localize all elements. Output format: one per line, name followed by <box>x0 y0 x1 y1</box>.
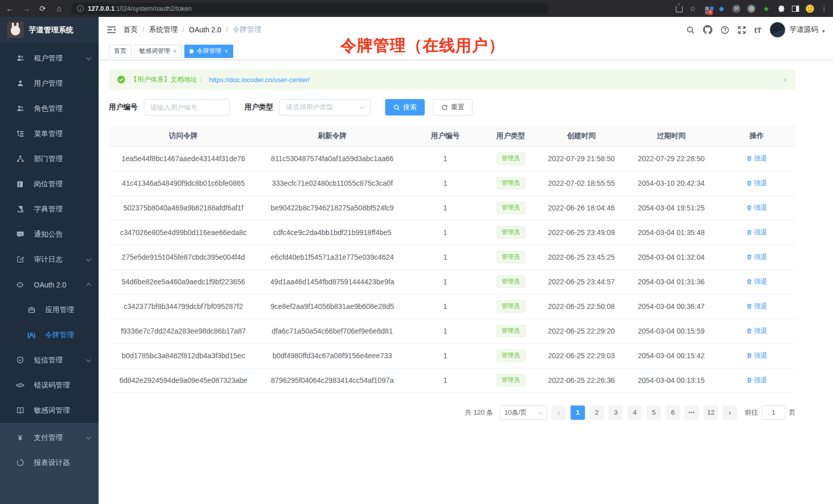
sidebar-item-dept[interactable]: 部门管理 <box>0 146 99 171</box>
refresh-token-cell: b0df4980ffd34c67a08f9156e4eee733 <box>258 343 407 368</box>
sidebar-fold-icon[interactable] <box>107 26 116 34</box>
created-at-cell: 2022-06-26 18:04:46 <box>538 196 625 220</box>
home-icon[interactable]: ⌂ <box>54 4 64 13</box>
tab-home[interactable]: 首页 <box>109 45 131 58</box>
side-panel-icon[interactable] <box>792 6 799 12</box>
extensions-puzzle-icon[interactable] <box>777 5 785 13</box>
briefcase-icon <box>27 306 36 314</box>
address-bar[interactable]: i 127.0.0.1:1024/system/oauth2/token <box>71 3 548 14</box>
sidebar-item-oauth2[interactable]: OAuth 2.0 <box>0 272 99 297</box>
extension-grid-icon[interactable]: 9 <box>703 5 711 13</box>
user-id-cell: 1 <box>407 319 484 343</box>
sidebar-item-notice[interactable]: 通知公告 <box>0 222 99 247</box>
action-cell: 强退 <box>717 220 796 245</box>
force-logout-button[interactable]: 强退 <box>746 228 767 237</box>
breadcrumb-system[interactable]: 系统管理 <box>149 25 178 34</box>
search-button[interactable]: 搜索 <box>385 99 425 115</box>
tab-token[interactable]: 令牌管理 × <box>184 45 233 58</box>
user-type-tag: 管理员 <box>497 226 525 239</box>
sidebar-item-user[interactable]: 用户管理 <box>0 71 99 96</box>
bookmark-star-icon[interactable]: ☆ <box>689 5 696 13</box>
sidebar-item-oauth2-app[interactable]: 应用管理 <box>0 297 99 322</box>
access-token-cell: 54d6be82ee5a460a9aedc1f9bf223656 <box>109 269 258 294</box>
sidebar-item-sms[interactable]: 短信管理 <box>0 347 99 373</box>
sidebar-item-errcode[interactable]: </> 错误码管理 <box>0 373 99 398</box>
user-menu[interactable]: 芋道源码 ▾ <box>770 22 825 37</box>
forward-icon[interactable]: → <box>22 4 31 13</box>
expires-at-cell: 2054-03-04 01:31:36 <box>625 269 717 294</box>
alert-doc-link[interactable]: https://doc.iocoder.cn/user-center/ <box>209 76 310 84</box>
annotation-title: 令牌管理（在线用户） <box>340 35 505 56</box>
user-id-cell: 1 <box>407 245 484 269</box>
site-info-icon[interactable]: i <box>77 5 84 12</box>
force-logout-button[interactable]: 强退 <box>746 203 767 212</box>
force-logout-button[interactable]: 强退 <box>746 376 767 385</box>
user-type-tag: 管理员 <box>497 276 525 288</box>
sidebar-item-sensitive-word[interactable]: 敏感词管理 <box>0 398 99 423</box>
sidebar-item-menu[interactable]: 菜单管理 <box>0 121 99 146</box>
breadcrumb-oauth2[interactable]: OAuth 2.0 <box>189 26 221 34</box>
text-size-icon[interactable]: tT <box>754 26 762 34</box>
alert-message: 【用户体系】文档地址： <box>130 75 204 84</box>
fullscreen-icon[interactable] <box>737 26 746 34</box>
sidebar-item-role[interactable]: 角色管理 <box>0 96 99 121</box>
table-row: 54d6be82ee5a460a9aedc1f9bf223656 49d1aa4… <box>109 269 796 294</box>
goto-page-input[interactable] <box>762 405 785 420</box>
close-icon[interactable]: × <box>173 48 177 55</box>
sidebar-item-oauth2-token[interactable]: (A) 令牌管理 <box>0 322 99 347</box>
user-id-input[interactable] <box>144 99 230 115</box>
extension-cmd-icon[interactable]: ⌘ <box>732 5 741 13</box>
sidebar-item-dict[interactable]: 字典管理 <box>0 197 99 222</box>
extension-circle-icon[interactable] <box>747 5 755 13</box>
help-icon[interactable] <box>721 26 729 34</box>
prev-page-button[interactable]: ‹ <box>552 405 566 420</box>
force-logout-button[interactable]: 强退 <box>746 326 767 336</box>
breadcrumb-home[interactable]: 首页 <box>123 25 138 34</box>
extension-star-icon[interactable]: ★ <box>762 5 770 13</box>
force-logout-button[interactable]: 强退 <box>746 277 767 286</box>
back-icon[interactable]: ← <box>5 4 14 13</box>
page-ellipsis[interactable]: ••• <box>685 405 699 420</box>
col-access-token: 访问令牌 <box>109 126 258 146</box>
sidebar-item-audit-log[interactable]: 审计日志 <box>0 247 99 272</box>
force-logout-button[interactable]: 强退 <box>746 179 767 188</box>
page-button-3[interactable]: 3 <box>609 405 623 420</box>
logo-avatar <box>7 22 24 38</box>
reset-button[interactable]: 重置 <box>433 99 472 115</box>
profile-avatar-icon[interactable] <box>806 5 814 13</box>
next-page-button[interactable]: › <box>723 405 737 420</box>
col-actions: 操作 <box>717 126 796 146</box>
extension-gem-icon[interactable]: ◆ <box>717 5 726 13</box>
close-icon[interactable]: × <box>224 48 228 55</box>
app-logo[interactable]: 芋道管理系统 <box>0 17 99 43</box>
page-size-select[interactable]: 10条/页 <box>500 405 547 420</box>
user-type-tag: 管理员 <box>497 350 525 362</box>
page-button-1[interactable]: 1 <box>571 405 585 420</box>
force-logout-button[interactable]: 强退 <box>746 253 767 262</box>
page-button-6[interactable]: 6 <box>666 405 680 420</box>
page-button-5[interactable]: 5 <box>647 405 661 420</box>
page-button-4[interactable]: 4 <box>628 405 642 420</box>
user-id-cell: 1 <box>407 196 484 220</box>
page-button-2[interactable]: 2 <box>590 405 604 420</box>
sidebar-item-post[interactable]: 岗位管理 <box>0 171 99 197</box>
share-icon[interactable] <box>676 6 683 12</box>
user-type-select[interactable]: 请选择用户类型 <box>279 99 371 115</box>
alert-close-icon[interactable]: × <box>783 75 787 84</box>
sidebar-item-pay[interactable]: ¥ 支付管理 <box>0 425 99 450</box>
tab-sensitive-word[interactable]: 敏感词管理 × <box>134 45 182 58</box>
github-icon[interactable] <box>703 25 712 34</box>
reload-icon[interactable]: ⟳ <box>38 4 47 13</box>
sidebar: 芋道管理系统 租户管理 用户管理 角色管理 菜单管理 <box>0 17 99 504</box>
force-logout-button[interactable]: 强退 <box>746 302 767 311</box>
user-icon <box>15 80 25 87</box>
announcement-icon <box>15 230 25 238</box>
sidebar-item-tenant[interactable]: 租户管理 <box>0 46 99 71</box>
page-button-12[interactable]: 12 <box>704 405 718 420</box>
sidebar-item-report-designer[interactable]: 报表设计器 <box>0 450 99 475</box>
force-logout-button[interactable]: 强退 <box>746 154 767 163</box>
search-icon[interactable] <box>686 26 695 34</box>
token-icon: (A) <box>27 332 36 339</box>
browser-menu-icon[interactable]: ⋮ <box>821 5 828 12</box>
force-logout-button[interactable]: 强退 <box>746 351 767 360</box>
